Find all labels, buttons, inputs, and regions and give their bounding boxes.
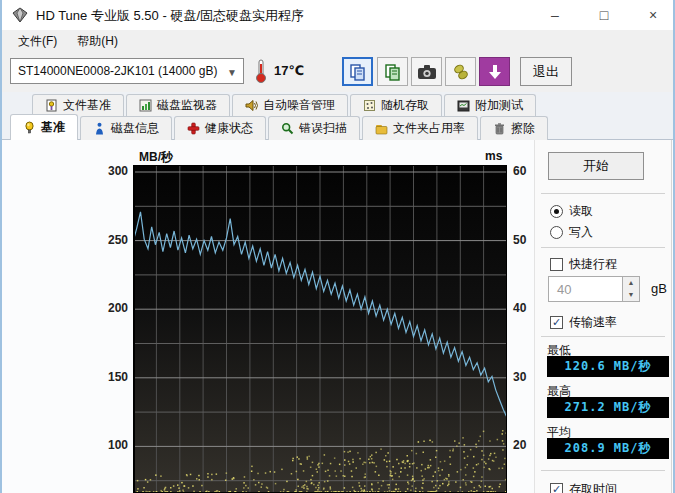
write-radio[interactable] [550, 226, 563, 239]
access-time-label: 存取时间 [569, 481, 617, 493]
separator [541, 193, 665, 194]
tab-label: 文件夹占用率 [393, 120, 465, 137]
transfer-rate-label: 传输速率 [569, 314, 617, 331]
download-button[interactable] [479, 57, 510, 86]
folder-usage-icon [375, 122, 388, 135]
screenshot-button[interactable] [411, 57, 442, 86]
benchmark-icon [23, 121, 36, 134]
maximize-button[interactable]: □ [582, 0, 626, 30]
app-icon [12, 7, 28, 23]
short-stroke-checkbox[interactable] [550, 258, 563, 271]
menu-item-0[interactable]: 文件(F) [8, 31, 67, 52]
short-stroke-option[interactable]: 快捷行程 [550, 256, 617, 273]
tab-disk-info[interactable]: 磁盘信息 [80, 116, 172, 140]
chevron-down-icon: ▼ [227, 67, 237, 78]
close-button[interactable]: × [631, 0, 675, 30]
minimize-button[interactable]: – [533, 0, 577, 30]
transfer-rate-option[interactable]: ✓ 传输速率 [550, 314, 617, 331]
stepper-down-icon[interactable]: ▼ [623, 289, 639, 301]
copy-pages-green-icon [384, 63, 402, 81]
write-radio-label: 写入 [569, 224, 593, 241]
tab-file-benchmark[interactable]: 文件基准 [32, 94, 124, 116]
access-time-checkbox[interactable]: ✓ [550, 483, 563, 493]
download-arrow-icon [487, 64, 503, 80]
tab-label: 磁盘监视器 [157, 97, 217, 114]
separator [541, 470, 665, 471]
separator [541, 247, 665, 248]
benchmark-chart [133, 165, 507, 493]
tab-random-access[interactable]: 随机存取 [350, 94, 442, 116]
write-option[interactable]: 写入 [550, 224, 593, 241]
left-axis-unit: MB/秒 [139, 149, 173, 166]
random-access-icon [363, 99, 376, 112]
health-icon [187, 122, 200, 135]
tab-disk-monitor[interactable]: 磁盘监视器 [126, 94, 230, 116]
copy-image-button[interactable] [377, 57, 408, 86]
title-bar: HD Tune 专业版 5.50 - 硬盘/固态硬盘实用程序 – □ × [2, 0, 675, 31]
left-tick-100: 100 [98, 438, 128, 452]
left-tick-200: 200 [98, 301, 128, 315]
drive-select-value: ST14000NE0008-2JK101 (14000 gB) [18, 64, 217, 78]
hdtune-window: HD Tune 专业版 5.50 - 硬盘/固态硬盘实用程序 – □ × 文件(… [0, 0, 675, 493]
menu-item-1[interactable]: 帮助(H) [67, 31, 128, 52]
copy-pages-blue-icon [349, 63, 367, 81]
file-benchmark-icon [45, 99, 58, 112]
tab-label: 磁盘信息 [111, 120, 159, 137]
read-radio-label: 读取 [569, 203, 593, 220]
error-scan-icon [281, 122, 294, 135]
temperature-value: 17℃ [274, 63, 304, 78]
short-stroke-label: 快捷行程 [569, 256, 617, 273]
read-radio[interactable] [550, 205, 563, 218]
start-button[interactable]: 开始 [548, 152, 644, 180]
copy-text-button[interactable] [342, 57, 373, 86]
stepper-buttons: ▲ ▼ [622, 277, 639, 301]
control-panel: 开始 读取 写入 快捷行程 40 ▲ ▼ gB ✓ 传输速率 最低 [534, 140, 672, 493]
tab-label: 自动噪音管理 [263, 97, 335, 114]
disk-monitor-icon [139, 99, 152, 112]
left-tick-150: 150 [98, 370, 128, 384]
aam-speaker-icon [245, 99, 258, 112]
tab-row-bottom: 基准磁盘信息健康状态错误扫描文件夹占用率擦除 [10, 116, 550, 140]
toolbar: ST14000NE0008-2JK101 (14000 gB) ▼ 17℃ [2, 52, 675, 92]
tab-label: 随机存取 [381, 97, 429, 114]
stepper-up-icon[interactable]: ▲ [623, 277, 639, 289]
avg-value: 208.9 MB/秒 [547, 438, 669, 459]
tab-extra-tests[interactable]: 附加测试 [444, 94, 536, 116]
window-title: HD Tune 专业版 5.50 - 硬盘/固态硬盘实用程序 [36, 7, 304, 25]
tab-label: 擦除 [511, 120, 535, 137]
max-value: 271.2 MB/秒 [547, 397, 669, 418]
left-tick-250: 250 [98, 233, 128, 247]
tab-health[interactable]: 健康状态 [174, 116, 266, 140]
read-option[interactable]: 读取 [550, 203, 593, 220]
capacity-value: 40 [557, 282, 571, 297]
save-results-button[interactable] [445, 57, 476, 86]
menu-bar: 文件(F)帮助(H) [2, 30, 675, 52]
erase-icon [493, 122, 506, 135]
capacity-unit: gB [651, 281, 667, 296]
tab-label: 基准 [41, 119, 65, 136]
tab-label: 健康状态 [205, 120, 253, 137]
exit-button[interactable]: 退出 [520, 57, 572, 86]
access-time-option[interactable]: ✓ 存取时间 [550, 481, 617, 493]
tab-row-top: 文件基准磁盘监视器自动噪音管理随机存取附加测试 [32, 94, 538, 116]
capacity-stepper[interactable]: 40 ▲ ▼ [548, 276, 640, 302]
separator [541, 336, 665, 337]
tab-label: 错误扫描 [299, 120, 347, 137]
drive-select[interactable]: ST14000NE0008-2JK101 (14000 gB) ▼ [10, 58, 244, 84]
camera-icon [417, 64, 437, 80]
tab-folder-usage[interactable]: 文件夹占用率 [362, 116, 478, 140]
tab-error-scan[interactable]: 错误扫描 [268, 116, 360, 140]
disk-info-icon [93, 122, 106, 135]
tab-strip: 文件基准磁盘监视器自动噪音管理随机存取附加测试 基准磁盘信息健康状态错误扫描文件… [2, 92, 675, 140]
left-tick-300: 300 [98, 164, 128, 178]
tab-aam-speaker[interactable]: 自动噪音管理 [232, 94, 348, 116]
transfer-rate-checkbox[interactable]: ✓ [550, 316, 563, 329]
tab-label: 文件基准 [63, 97, 111, 114]
right-axis-unit: ms [485, 149, 502, 163]
min-value: 120.6 MB/秒 [547, 356, 669, 377]
extra-tests-icon [457, 99, 470, 112]
tab-label: 附加测试 [475, 97, 523, 114]
tab-benchmark[interactable]: 基准 [10, 114, 78, 140]
thermometer-icon [254, 58, 268, 84]
tab-erase[interactable]: 擦除 [480, 116, 548, 140]
